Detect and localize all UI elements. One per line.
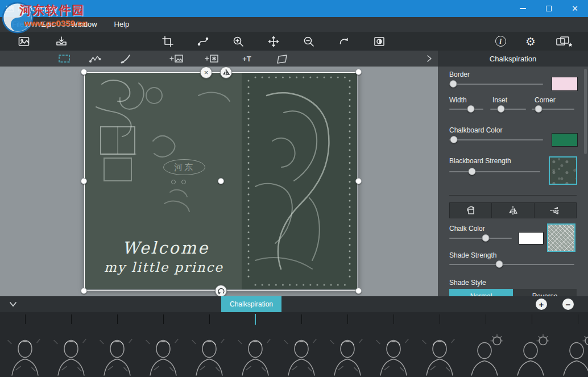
width-label: Width (449, 96, 467, 104)
resize-handle-sw[interactable] (81, 288, 87, 294)
menu-help[interactable]: Help (106, 17, 138, 32)
brush-tool[interactable] (115, 51, 138, 67)
resize-handle-left[interactable] (81, 178, 87, 184)
chalk-slider-handle[interactable] (482, 234, 489, 242)
plus-icon: + (539, 300, 544, 309)
chalkboard-color-swatch[interactable] (552, 133, 578, 147)
resize-handle-ne[interactable] (355, 69, 362, 75)
settings-panel: Border Width Inset Corner Chalkboard Col… (438, 67, 588, 296)
shade-slider-handle[interactable] (496, 260, 503, 268)
thumbnail[interactable]: Flourish 02 (509, 315, 554, 377)
border-slider-handle[interactable] (449, 80, 457, 88)
menu-edit[interactable]: Edit (32, 17, 62, 32)
panel-divider (449, 195, 577, 196)
collapse-tray-button[interactable] (5, 296, 22, 312)
panel-scrollbar-thumb[interactable] (584, 69, 587, 154)
zoom-out-button[interactable] (296, 32, 321, 51)
add-photo-tool[interactable] (165, 51, 188, 67)
crop-button[interactable] (155, 32, 180, 51)
blackboard-slider-handle[interactable] (469, 168, 476, 175)
thumbnail[interactable]: Chalk 07 (279, 315, 324, 377)
inset-slider-handle[interactable] (497, 105, 504, 113)
add-clipart-tool[interactable] (200, 51, 223, 67)
thumbnail[interactable]: Chalk 01 (2, 315, 48, 377)
minimize-button[interactable] (510, 0, 536, 17)
border-label: Border (449, 71, 470, 78)
add-text-icon: +T (242, 55, 251, 63)
corner-slider[interactable] (532, 105, 574, 113)
app-icon (6, 5, 14, 13)
rotate-button[interactable] (449, 202, 492, 218)
thumbnail[interactable]: Chalk 10 (417, 315, 462, 377)
flip-horizontal-button[interactable] (492, 202, 534, 218)
marquee-select-tool[interactable] (53, 51, 76, 67)
shade-strength-slider[interactable] (449, 260, 574, 268)
curve-tool-button[interactable] (191, 32, 216, 51)
rotate-handle[interactable] (215, 285, 227, 296)
chalkboard-color-slider[interactable] (449, 136, 543, 144)
blackboard-strength-slider[interactable] (449, 168, 540, 176)
minus-icon: − (566, 300, 571, 309)
thumbnail[interactable]: Chalk 04 (140, 315, 186, 377)
close-icon: × (572, 3, 578, 15)
move-tool-button[interactable] (261, 32, 286, 51)
add-border-tool[interactable] (271, 51, 293, 67)
add-text-tool[interactable]: +T (235, 51, 258, 67)
settings-button[interactable]: ⚙ (518, 32, 543, 51)
delete-handle[interactable]: × (200, 67, 212, 78)
flip-handle[interactable] (220, 67, 232, 78)
thumbnail[interactable]: Chalk 05 (187, 315, 232, 377)
thumbnail[interactable]: Chalk 02 (48, 315, 94, 377)
zoom-in-button[interactable] (226, 32, 251, 51)
thumbnail[interactable]: Flourish 01 (463, 315, 508, 377)
effects-store-button[interactable] (548, 32, 580, 51)
chalk-texture-swatch[interactable] (547, 223, 575, 252)
blackboard-texture-swatch[interactable] (549, 156, 577, 185)
flip-vertical-button[interactable] (535, 202, 577, 218)
corner-label: Corner (535, 96, 556, 104)
border-color-swatch[interactable] (552, 77, 578, 91)
width-slider-handle[interactable] (467, 105, 474, 113)
corner-slider-handle[interactable] (535, 105, 543, 113)
bottom-bar: Chalkspiration + − (0, 296, 588, 312)
thumbnail[interactable]: Chalk 03 (94, 315, 140, 377)
thumbnail[interactable]: Chalk 08 (325, 315, 370, 377)
chalkboard-slider-handle[interactable] (450, 136, 458, 143)
border-slider[interactable] (449, 80, 543, 88)
tab-chalkspiration[interactable]: Chalkspiration (221, 296, 281, 312)
freehand-cut-tool[interactable] (84, 51, 107, 67)
maximize-button[interactable] (536, 0, 562, 17)
canvas-area[interactable]: Welcome my little prince 河东 × (0, 67, 438, 296)
shade-style-toggle: Normal Reverse (449, 289, 577, 296)
thumbnail[interactable]: Chalk 09 (371, 315, 416, 377)
shade-normal-button[interactable]: Normal (449, 289, 513, 296)
thumbnail[interactable]: Chalk 06 (233, 315, 278, 377)
new-collage-button[interactable] (11, 32, 36, 51)
close-button[interactable]: × (562, 0, 588, 17)
info-button[interactable]: i (488, 32, 513, 51)
menu-window[interactable]: Window (62, 17, 105, 32)
thumbnails-zoom-out-button[interactable]: − (562, 299, 574, 310)
canvas-caption-1: Welcome (122, 238, 209, 258)
selected-image[interactable]: Welcome my little prince 河东 × (84, 72, 358, 291)
chalk-color-swatch[interactable] (519, 232, 544, 245)
resize-handle-se[interactable] (355, 288, 362, 294)
panel-scrollbar[interactable] (584, 69, 587, 294)
thumbnails-zoom-in-button[interactable]: + (536, 299, 547, 310)
menu-file[interactable]: File (3, 17, 32, 32)
resize-handle-nw[interactable] (81, 69, 87, 75)
inset-slider[interactable] (490, 105, 526, 113)
expand-tools-chevron[interactable] (421, 51, 438, 67)
save-button[interactable] (49, 32, 74, 51)
sub-toolbar: +T Chalkspiration (0, 51, 588, 67)
redo-button[interactable] (332, 32, 357, 51)
shade-reverse-button[interactable]: Reverse (513, 289, 577, 296)
workspace: Welcome my little prince 河东 × (0, 67, 588, 296)
photo-edit-button[interactable] (367, 32, 392, 51)
thumbnail[interactable]: Flourish 0 (555, 315, 588, 377)
resize-handle-right[interactable] (355, 178, 362, 184)
chalk-color-slider[interactable] (449, 234, 512, 242)
center-handle[interactable] (218, 178, 224, 184)
minimize-icon (520, 8, 526, 9)
width-slider[interactable] (449, 105, 483, 113)
